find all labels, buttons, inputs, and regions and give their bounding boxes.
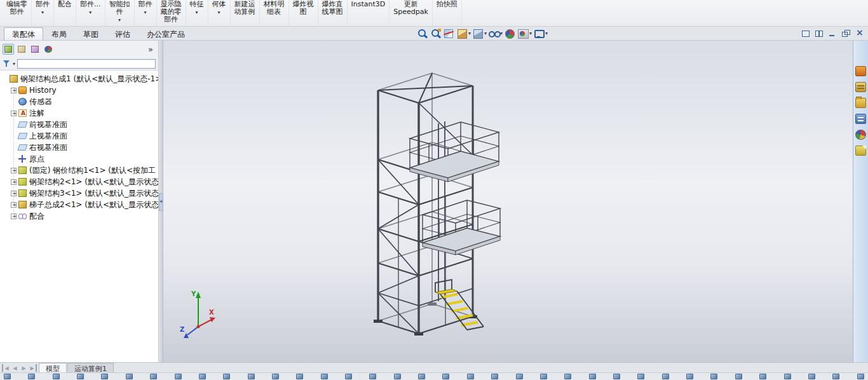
- snap-icon[interactable]: [613, 374, 620, 379]
- snap-icon[interactable]: [491, 374, 498, 379]
- hide-show-items-icon[interactable]: [488, 28, 500, 39]
- upper-platform[interactable]: [410, 122, 499, 182]
- ribbon-button[interactable]: 新建运 动算例: [231, 0, 260, 26]
- minimize-icon[interactable]: [827, 29, 838, 38]
- snap-icon[interactable]: [540, 374, 547, 379]
- chevron-down-icon[interactable]: [468, 28, 471, 39]
- solidworks-resources-icon[interactable]: [855, 66, 866, 76]
- tree-item[interactable]: 前视基准面: [2, 119, 158, 130]
- snap-icon[interactable]: [28, 374, 35, 379]
- chevron-down-icon[interactable]: [144, 9, 146, 15]
- tree-filter-input[interactable]: [17, 59, 156, 69]
- ribbon-button[interactable]: 爆炸视 图: [289, 0, 318, 26]
- chevron-down-icon[interactable]: [41, 9, 44, 15]
- tree-item[interactable]: 梯子总成2<1> (默认<默认_显示状态-1: [2, 199, 158, 210]
- tree-item[interactable]: 右视基准面: [2, 142, 158, 153]
- snap-icon[interactable]: [77, 374, 84, 379]
- snap-icon[interactable]: [467, 374, 474, 379]
- tree-item[interactable]: 钢架结构3<1> (默认<默认_显示状态-1: [2, 187, 158, 199]
- snap-icon[interactable]: [564, 374, 571, 379]
- filter-funnel-icon[interactable]: [3, 59, 11, 68]
- chevron-down-icon[interactable]: [529, 28, 532, 39]
- headsup-tool[interactable]: [430, 28, 442, 39]
- snap-icon[interactable]: [686, 374, 693, 379]
- viewport-split-icon[interactable]: [813, 29, 825, 38]
- custom-properties-icon[interactable]: [855, 146, 866, 156]
- snap-icon[interactable]: [296, 374, 303, 379]
- propertymanager-tab-icon[interactable]: [16, 44, 27, 55]
- snap-icon[interactable]: [53, 374, 60, 379]
- snap-icon[interactable]: [4, 374, 11, 379]
- ribbon-button[interactable]: 更新 Speedpak: [390, 0, 433, 26]
- panel-splitter[interactable]: [159, 41, 163, 362]
- ribbon-button[interactable]: Instant3D: [348, 0, 390, 26]
- ribbon-button[interactable]: 何体: [208, 0, 231, 26]
- headsup-tool[interactable]: [504, 28, 516, 39]
- snap-icon[interactable]: [735, 374, 742, 379]
- snap-icon[interactable]: [710, 374, 717, 379]
- snap-icon[interactable]: [150, 374, 157, 379]
- ribbon-button[interactable]: 拍快照: [433, 0, 462, 26]
- close-icon[interactable]: [853, 29, 865, 38]
- tree-item[interactable]: 原点: [2, 153, 158, 165]
- headsup-tool[interactable]: [472, 28, 487, 39]
- tree-item[interactable]: (固定) 钢价结构1<1> (默认<按加工: [2, 165, 158, 176]
- snap-icon[interactable]: [272, 374, 279, 379]
- ribbon-button[interactable]: 部件: [135, 0, 157, 26]
- snap-icon[interactable]: [832, 374, 839, 379]
- headsup-tool[interactable]: [443, 28, 455, 39]
- command-tab[interactable]: 布局: [43, 27, 75, 40]
- design-library-icon[interactable]: [855, 82, 866, 92]
- first-icon[interactable]: [2, 364, 10, 372]
- prev-icon[interactable]: [11, 364, 19, 372]
- tree-expander-icon[interactable]: [11, 111, 17, 116]
- snap-icon[interactable]: [516, 374, 523, 379]
- next-icon[interactable]: [20, 364, 28, 372]
- snap-icon[interactable]: [199, 374, 206, 379]
- snap-icon[interactable]: [369, 374, 376, 379]
- section-view-icon[interactable]: [443, 28, 455, 39]
- snap-icon[interactable]: [418, 374, 425, 379]
- document-tab[interactable]: 模型: [39, 363, 67, 372]
- last-icon[interactable]: [29, 364, 37, 372]
- tree-expander-icon[interactable]: [11, 191, 17, 196]
- command-tab[interactable]: 评估: [107, 27, 139, 40]
- snap-icon[interactable]: [248, 374, 255, 379]
- ribbon-button[interactable]: 智能扣 件: [105, 0, 135, 26]
- ribbon-button[interactable]: 特征: [186, 0, 208, 26]
- configurationmanager-tab-icon[interactable]: [29, 44, 41, 55]
- appearances-icon[interactable]: [855, 130, 866, 140]
- command-tab[interactable]: 办公室产品: [139, 27, 193, 40]
- zoom-area-icon[interactable]: [430, 28, 442, 39]
- zoom-fit-icon[interactable]: [416, 28, 428, 39]
- tree-expander-icon[interactable]: [11, 214, 17, 219]
- chevron-down-icon[interactable]: [13, 58, 15, 69]
- panel-collapse-handle[interactable]: [159, 193, 163, 211]
- display-style-icon[interactable]: [472, 28, 484, 39]
- tree-item[interactable]: 传感器: [2, 96, 158, 107]
- restore-icon[interactable]: [840, 29, 851, 38]
- document-tab[interactable]: 运动算例1: [67, 363, 114, 372]
- displaymanager-tab-icon[interactable]: [43, 44, 54, 55]
- chevron-down-icon[interactable]: [195, 9, 198, 15]
- view-settings-icon[interactable]: [533, 28, 545, 39]
- snap-icon[interactable]: [637, 374, 644, 379]
- headsup-tool[interactable]: [517, 28, 532, 39]
- tree-item[interactable]: 钢架结构2<1> (默认<默认_显示状态-1: [2, 176, 158, 187]
- tree-item[interactable]: History: [2, 85, 158, 96]
- command-tab[interactable]: 草图: [75, 27, 107, 40]
- tree-item[interactable]: 配合: [2, 210, 158, 222]
- headsup-tool[interactable]: [456, 28, 471, 39]
- snap-icon[interactable]: [126, 374, 133, 379]
- tree-expander-icon[interactable]: [11, 88, 17, 93]
- snap-icon[interactable]: [857, 374, 864, 379]
- snap-icon[interactable]: [759, 374, 766, 379]
- view-orientation-icon[interactable]: [456, 28, 468, 39]
- snap-icon[interactable]: [589, 374, 596, 379]
- tree-item[interactable]: 上视基准面: [2, 130, 158, 142]
- ribbon-button[interactable]: 部件...: [76, 0, 105, 26]
- headsup-tool[interactable]: [416, 28, 428, 39]
- headsup-tool[interactable]: [533, 28, 548, 39]
- ribbon-button[interactable]: 编辑零 部件: [3, 0, 32, 26]
- snap-icon[interactable]: [442, 374, 449, 379]
